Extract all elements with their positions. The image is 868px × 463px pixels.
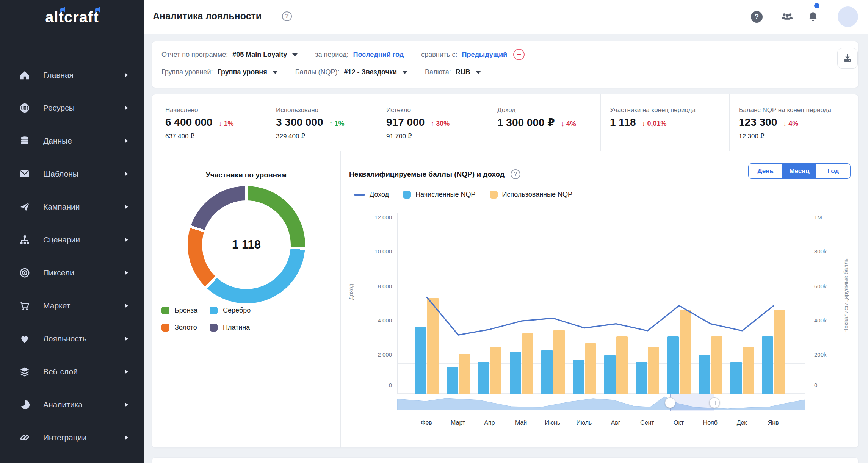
sidebar-item-heart[interactable]: Лояльность — [0, 322, 144, 355]
filter-value[interactable]: #12 - Звездочки — [344, 68, 397, 76]
avatar[interactable] — [838, 6, 858, 27]
filter-value[interactable]: RUB — [456, 68, 470, 76]
download-report-button[interactable] — [837, 48, 858, 69]
kpi-label: Участники на конец периода — [610, 106, 696, 114]
filter-value[interactable]: Предыдущий — [462, 51, 507, 59]
remove-comparison-button[interactable] — [513, 49, 525, 60]
sidebar-item-gear[interactable]: Настройки — [0, 454, 144, 463]
kpi-value-row: 917 000↑ 30% — [386, 116, 450, 128]
globe-icon — [19, 102, 30, 114]
sidebar-item-target[interactable]: Пиксели — [0, 256, 144, 289]
legend-item[interactable]: Начисленные NQP — [403, 191, 475, 199]
topbar: Аналитика лояльности ? ? — [144, 0, 868, 34]
filter-label: Группа уровней: — [161, 68, 213, 76]
users-icon[interactable] — [781, 11, 794, 23]
chevron-down-icon — [476, 71, 481, 74]
sidebar-item-link[interactable]: Интеграции — [0, 421, 144, 454]
toggle-Месяц[interactable]: Месяц — [782, 164, 816, 178]
sidebar-item-send[interactable]: Кампании — [0, 190, 144, 223]
filter-select[interactable]: Группа уровней:Группа уровня — [161, 68, 278, 76]
filter-label: Отчет по программе: — [161, 51, 228, 59]
toggle-Год[interactable]: Год — [816, 164, 850, 178]
sidebar-item-cart[interactable]: Маркет — [0, 289, 144, 322]
sidebar-item-mail[interactable]: Шаблоны — [0, 157, 144, 190]
sidebar-item-sitemap[interactable]: Сценарии — [0, 223, 144, 256]
filter-select[interactable]: Валюта:RUB — [425, 68, 481, 76]
divider — [340, 151, 341, 448]
legend-item[interactable]: Доход — [354, 191, 389, 199]
filter-value[interactable]: #05 Main Loyalty — [232, 51, 287, 59]
sidebar-item-pie-chart[interactable]: Аналитика — [0, 388, 144, 421]
sidebar-item-globe[interactable]: Ресурсы — [0, 91, 144, 124]
donut-total: 1 118 — [232, 238, 261, 252]
chart-navigator[interactable] — [397, 395, 805, 410]
sidebar-item-database[interactable]: Данные — [0, 124, 144, 157]
support-help-icon[interactable]: ? — [751, 11, 763, 23]
legend-item[interactable]: Бронза — [161, 307, 210, 314]
legend-item[interactable]: Платина — [210, 324, 251, 332]
legend-item[interactable]: Золото — [161, 324, 210, 332]
filter-link[interactable]: за период:Последний год — [315, 51, 404, 59]
axis-tick: 1M — [814, 214, 822, 221]
axis-tick: 200k — [814, 351, 827, 358]
page-title: Аналитика лояльности — [153, 11, 262, 22]
sitemap-icon — [19, 234, 30, 246]
kpi-card: Использовано3 300 000↑ 1%329 400 ₽ — [276, 94, 345, 140]
sidebar-item-label: Лояльность — [43, 334, 125, 343]
legend-item[interactable]: Использованные NQP — [490, 191, 572, 199]
filter-select[interactable]: Отчет по программе:#05 Main Loyalty — [161, 51, 298, 59]
sidebar-item-label: Пиксели — [43, 268, 125, 277]
kpi-label: Истекло — [386, 106, 450, 114]
kpi-card: Участники на конец периода1 118↓ 0,01% — [610, 94, 696, 128]
x-axis-label: Нояб — [693, 419, 727, 426]
legend-swatch — [210, 307, 218, 314]
kpi-value-row: 3 300 000↑ 1% — [276, 116, 345, 128]
chart-legend: ДоходНачисленные NQPИспользованные NQP — [354, 191, 572, 199]
filter-select[interactable]: Баллы (NQP):#12 - Звездочки — [295, 68, 407, 76]
chevron-down-icon — [402, 71, 407, 74]
page-help-icon[interactable]: ? — [282, 11, 292, 21]
legend-swatch — [161, 307, 169, 314]
chevron-right-icon — [125, 303, 128, 308]
sidebar-item-label: Веб-слой — [43, 367, 125, 376]
chevron-down-icon — [273, 71, 278, 74]
sidebar-item-label: Данные — [43, 136, 125, 145]
sidebar-item-home[interactable]: Главная — [0, 58, 144, 91]
kpi-card: Истекло917 000↑ 30%91 700 ₽ — [386, 94, 450, 140]
chart-help-icon[interactable]: ? — [511, 169, 520, 179]
axis-tick: 0 — [358, 382, 392, 389]
navigator-handle[interactable] — [665, 397, 675, 408]
send-icon — [19, 201, 30, 213]
chevron-right-icon — [125, 402, 128, 407]
members-donut-chart[interactable]: 1 118 — [188, 186, 305, 303]
pie-chart-icon — [19, 399, 30, 410]
altcraft-logo[interactable]: altcraft — [45, 9, 99, 26]
toggle-День[interactable]: День — [749, 164, 782, 178]
sidebar-nav: ГлавнаяРесурсыДанныеШаблоныКампанииСцена… — [0, 34, 144, 463]
navigator-window[interactable] — [670, 394, 714, 411]
sidebar-item-layers[interactable]: Веб-слой — [0, 355, 144, 388]
chevron-right-icon — [125, 139, 128, 143]
legend-swatch — [161, 324, 169, 332]
x-axis-label: Авг — [599, 419, 633, 426]
sidebar-item-label: Интеграции — [43, 433, 125, 442]
donut-legend: БронзаСереброЗолотоПлатина — [161, 307, 251, 332]
navigator-handle[interactable] — [709, 397, 720, 408]
filter-value[interactable]: Последний год — [353, 51, 404, 59]
kpi-card: Начислено6 400 000↓ 1%637 400 ₽ — [165, 94, 234, 140]
filter-label: Валюта: — [425, 68, 451, 76]
x-axis-label: Апр — [472, 419, 506, 426]
chevron-right-icon — [125, 73, 128, 77]
left-axis-title: Доход — [348, 284, 354, 300]
home-icon — [19, 69, 30, 81]
kpi-delta: ↓ 1% — [219, 120, 234, 128]
bell-icon[interactable] — [807, 11, 819, 23]
filter-value[interactable]: Группа уровня — [217, 68, 267, 76]
filter-row-2: Группа уровней:Группа уровняБаллы (NQP):… — [161, 66, 481, 78]
filter-link[interactable]: сравнить с:Предыдущий — [421, 49, 525, 60]
kpi-subvalue: 91 700 ₽ — [386, 132, 450, 140]
chevron-right-icon — [125, 238, 128, 242]
kpi-value: 123 300 — [739, 116, 777, 128]
legend-item[interactable]: Серебро — [210, 307, 251, 314]
chevron-right-icon — [125, 369, 128, 374]
